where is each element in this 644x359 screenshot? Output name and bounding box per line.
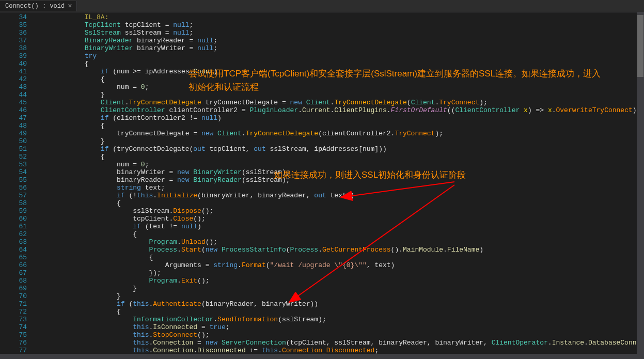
editor: 3435363738394041424344454647484950515253… xyxy=(0,12,644,359)
line-number: 66 xyxy=(0,261,27,269)
line-number: 62 xyxy=(0,230,27,238)
line-number: 73 xyxy=(0,316,27,323)
line-number: 47 xyxy=(0,114,27,122)
code-line: binaryReader = new BinaryReader(sslStrea… xyxy=(36,176,644,184)
line-number: 38 xyxy=(0,44,27,52)
code-line: Process.Start(new ProcessStartInfo(Proce… xyxy=(36,246,644,254)
line-number: 63 xyxy=(0,238,27,246)
line-number: 75 xyxy=(0,331,27,339)
line-number: 36 xyxy=(0,29,27,37)
code-line: string text; xyxy=(36,184,644,192)
line-number: 45 xyxy=(0,99,27,106)
code-line: Client.TryConnectDelegate tryConnectDele… xyxy=(36,99,644,106)
code-line: sslStream.Dispose(); xyxy=(36,207,644,215)
code-line: if (clientController2 != null) xyxy=(36,114,644,122)
code-line: binaryWriter = new BinaryWriter(sslStrea… xyxy=(36,168,644,176)
line-number: 59 xyxy=(0,207,27,215)
code-line: SslStream sslStream = null; xyxy=(36,29,644,37)
code-line: Program.Exit(); xyxy=(36,277,644,285)
code-line: if (num >= ipAddresses.Count) xyxy=(36,68,644,75)
line-number: 68 xyxy=(0,277,27,285)
code-line: tcpClient.Close(); xyxy=(36,215,644,223)
code-line: if (this.Authenticate(binaryReader, bina… xyxy=(36,300,644,308)
code-line: num = 0; xyxy=(36,161,644,168)
code-line: } xyxy=(36,292,644,300)
tab-bar: Connect() : void × xyxy=(0,0,644,12)
line-number: 67 xyxy=(0,269,27,277)
code-line: } xyxy=(36,137,644,145)
code-line: this.StopConnect(); xyxy=(36,331,644,339)
line-number: 51 xyxy=(0,145,27,153)
code-line: this.Connection = new ServerConnection(t… xyxy=(36,339,644,347)
line-number: 55 xyxy=(0,176,27,184)
line-number: 61 xyxy=(0,223,27,230)
code-line: { xyxy=(36,75,644,83)
code-line: InformationCollector.SendInformation(ssl… xyxy=(36,316,644,323)
line-number: 42 xyxy=(0,75,27,83)
line-number: 43 xyxy=(0,83,27,91)
line-number: 37 xyxy=(0,37,27,44)
code-line: if (!this.Initialize(binaryWriter, binar… xyxy=(36,192,644,199)
code-line: if (tryConnectDelegate(out tcpClient, ou… xyxy=(36,145,644,153)
code-line: { xyxy=(36,254,644,261)
line-number: 64 xyxy=(0,246,27,254)
line-gutter: 3435363738394041424344454647484950515253… xyxy=(0,12,36,359)
line-number: 50 xyxy=(0,137,27,145)
line-number: 35 xyxy=(0,21,27,29)
code-line: num = 0; xyxy=(36,83,644,91)
line-number: 65 xyxy=(0,254,27,261)
line-number: 60 xyxy=(0,215,27,223)
line-number: 44 xyxy=(0,91,27,99)
line-number: 72 xyxy=(0,308,27,316)
code-line: Program.Unload(); xyxy=(36,238,644,246)
code-line: this.IsConnected = true; xyxy=(36,323,644,331)
code-line: if (text != null) xyxy=(36,223,644,230)
vertical-scrollbar[interactable] xyxy=(637,12,644,359)
line-number: 41 xyxy=(0,68,27,75)
line-number: 77 xyxy=(0,347,27,354)
code-line: { xyxy=(36,60,644,68)
code-line: } xyxy=(36,91,644,99)
line-number: 74 xyxy=(0,323,27,331)
code-line: { xyxy=(36,308,644,316)
code-line: { xyxy=(36,122,644,130)
code-line: { xyxy=(36,153,644,161)
line-number: 34 xyxy=(0,13,27,21)
line-number: 52 xyxy=(0,153,27,161)
line-number: 76 xyxy=(0,339,27,347)
line-number: 54 xyxy=(0,168,27,176)
code-line: IL_8A: xyxy=(36,13,644,21)
tab-title: Connect() : void xyxy=(5,3,65,10)
code-line: tryConnectDelegate = new Client.TryConne… xyxy=(36,130,644,137)
code-line: TcpClient tcpClient = null; xyxy=(36,21,644,29)
line-number: 70 xyxy=(0,292,27,300)
code-line: BinaryReader binaryReader = null; xyxy=(36,37,644,44)
line-number: 40 xyxy=(0,60,27,68)
line-number: 58 xyxy=(0,199,27,207)
tab-connect[interactable]: Connect() : void × xyxy=(0,1,77,11)
line-number: 53 xyxy=(0,161,27,168)
horizontal-scrollbar[interactable] xyxy=(0,354,637,359)
code-line: this.Connection.Disconnected += this.Con… xyxy=(36,347,644,354)
line-number: 49 xyxy=(0,130,27,137)
code-line: { xyxy=(36,199,644,207)
code-line: try xyxy=(36,52,644,60)
line-number: 71 xyxy=(0,300,27,308)
line-number: 39 xyxy=(0,52,27,60)
code-line: }); xyxy=(36,269,644,277)
line-number: 56 xyxy=(0,184,27,192)
line-number: 69 xyxy=(0,285,27,292)
code-line: ClientController clientController2 = Plu… xyxy=(36,106,644,114)
code-area[interactable]: IL_8A: TcpClient tcpClient = null; SslSt… xyxy=(36,12,644,359)
code-line: } xyxy=(36,285,644,292)
line-number: 48 xyxy=(0,122,27,130)
code-line: { xyxy=(36,230,644,238)
code-line: Arguments = string.Format("/wait /upgrad… xyxy=(36,261,644,269)
code-line: BinaryWriter binaryWriter = null; xyxy=(36,44,644,52)
line-number: 57 xyxy=(0,192,27,199)
line-number: 46 xyxy=(0,106,27,114)
vertical-scrollbar-thumb[interactable] xyxy=(637,15,643,77)
close-icon[interactable]: × xyxy=(68,3,72,10)
